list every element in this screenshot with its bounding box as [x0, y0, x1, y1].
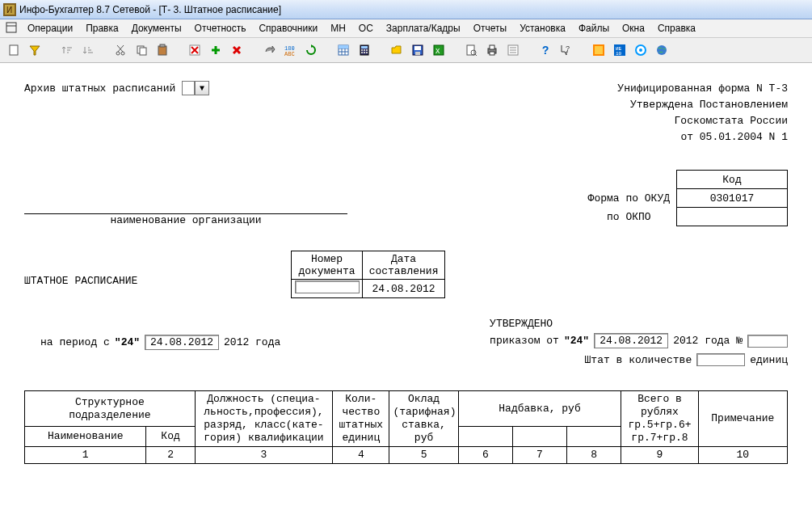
colnum-4: 4: [333, 447, 389, 464]
menubar: Операции Правка Документы Отчетность Спр…: [0, 19, 812, 38]
approved-num-input[interactable]: [747, 335, 788, 348]
period-day[interactable]: "24": [115, 336, 140, 348]
menu-help[interactable]: Справка: [651, 21, 702, 36]
svg-rect-3: [6, 23, 16, 32]
svg-line-16: [117, 45, 123, 52]
svg-rect-47: [415, 52, 420, 55]
approved-date[interactable]: 24.08.2012: [594, 333, 668, 348]
doc-date-value[interactable]: 24.08.2012: [362, 280, 445, 298]
svg-rect-54: [490, 45, 494, 49]
svg-marker-6: [30, 46, 40, 55]
svg-line-52: [475, 54, 477, 56]
tool-delete-icon[interactable]: [228, 41, 246, 59]
menu-windows[interactable]: Окна: [616, 21, 651, 36]
period-prefix: на период с: [40, 336, 110, 348]
tool-export-icon[interactable]: X: [430, 41, 448, 59]
tool-app3-icon[interactable]: [632, 41, 650, 59]
app-icon: И: [3, 3, 16, 16]
tool-grid-icon[interactable]: [334, 41, 352, 59]
org-name-field[interactable]: [24, 200, 347, 214]
staff-prefix: Штат в количестве: [585, 354, 692, 366]
menu-operations[interactable]: Операции: [21, 21, 79, 36]
toolbar: 180ABC X ? ? ИБ10: [0, 38, 812, 63]
svg-text:ABC: ABC: [284, 51, 295, 57]
tool-calc-icon[interactable]: [356, 41, 373, 59]
tool-preview-icon[interactable]: [462, 41, 480, 59]
menu-mn[interactable]: МН: [324, 21, 352, 36]
svg-point-68: [639, 49, 642, 52]
tool-sort-asc-icon[interactable]: [58, 41, 76, 59]
menu-documents[interactable]: Документы: [125, 21, 188, 36]
tool-funnel-icon[interactable]: [26, 41, 44, 59]
svg-rect-18: [140, 48, 146, 55]
th-allow-2: [512, 427, 566, 447]
svg-rect-63: [595, 46, 603, 54]
tool-prop-icon[interactable]: [504, 41, 522, 59]
th-code: Код: [146, 427, 195, 447]
colnum-6: 6: [458, 447, 512, 464]
okpo-label: по ОКПО: [582, 208, 677, 226]
titlebar: И Инфо-Бухгалтер 8.7 Сетевой - [Т- 3. Шт…: [0, 0, 812, 19]
th-note: Примечание: [698, 391, 787, 447]
svg-rect-44: [366, 52, 368, 53]
tool-sort-desc-icon[interactable]: [79, 41, 97, 59]
menu-files[interactable]: Файлы: [572, 21, 616, 36]
approved-day[interactable]: "24": [564, 335, 589, 347]
tool-cut-icon[interactable]: [111, 41, 129, 59]
okpo-value[interactable]: [677, 208, 788, 226]
svg-rect-43: [364, 52, 365, 53]
staff-value-input[interactable]: [696, 353, 745, 366]
svg-point-69: [657, 45, 667, 55]
menu-salary[interactable]: Зарплата/Кадры: [380, 21, 467, 36]
th-qty: Коли- чество штатных единиц: [333, 391, 389, 447]
tool-app1-icon[interactable]: [590, 41, 608, 59]
svg-rect-36: [339, 45, 348, 49]
tool-cancel-icon[interactable]: [186, 41, 204, 59]
svg-text:X: X: [435, 48, 440, 56]
menu-reports[interactable]: Отчеты: [467, 21, 513, 36]
th-allow-3: [567, 427, 621, 447]
menu-setup[interactable]: Установка: [513, 21, 572, 36]
menu-os[interactable]: ОС: [352, 21, 380, 36]
tool-context-help-icon[interactable]: ?: [557, 41, 575, 59]
archive-label: Архив штатных расписаний: [24, 82, 175, 95]
tool-new-icon[interactable]: [5, 41, 23, 59]
tool-abc-icon[interactable]: 180ABC: [281, 41, 299, 59]
menu-reporting[interactable]: Отчетность: [188, 21, 253, 36]
tool-add-icon[interactable]: [207, 41, 225, 59]
tool-help-icon[interactable]: ?: [536, 41, 554, 59]
th-allow-1: [458, 427, 512, 447]
svg-rect-19: [158, 46, 166, 55]
tool-app2-icon[interactable]: ИБ10: [611, 41, 629, 59]
okud-value: 0301017: [677, 189, 788, 208]
staff-suffix: единиц: [750, 354, 788, 366]
approved-prefix: приказом от: [490, 335, 559, 347]
tool-copy-icon[interactable]: [133, 41, 150, 59]
tool-refresh-icon[interactable]: [302, 41, 320, 59]
tool-redo1-icon[interactable]: [260, 41, 278, 59]
menu-directories[interactable]: Справочники: [252, 21, 324, 36]
archive-dropdown-button[interactable]: ▼: [195, 81, 209, 95]
colnum-5: 5: [389, 447, 458, 464]
form-header: Унифицированная форма N Т-3 Утверждена П…: [617, 81, 788, 146]
svg-rect-46: [414, 46, 421, 50]
tool-save-icon[interactable]: [409, 41, 427, 59]
doc-num-input[interactable]: [295, 280, 360, 293]
tool-paste-icon[interactable]: [154, 41, 171, 59]
org-caption: наименование организации: [24, 214, 347, 226]
menu-system-icon[interactable]: [2, 19, 21, 37]
colnum-8: 8: [567, 447, 621, 464]
tool-globe-icon[interactable]: [653, 41, 671, 59]
period-date[interactable]: 24.08.2012: [145, 335, 219, 350]
svg-line-15: [118, 45, 124, 52]
svg-text:10: 10: [616, 51, 622, 57]
main-table: Структурное подразделение Должность (спе…: [24, 390, 788, 464]
colnum-9: 9: [621, 447, 698, 464]
svg-text:?: ?: [566, 45, 570, 53]
tool-open-icon[interactable]: [388, 41, 406, 59]
archive-select-value[interactable]: [182, 81, 195, 95]
menu-edit[interactable]: Правка: [79, 21, 125, 36]
svg-text:И: И: [6, 6, 12, 15]
tool-print-icon[interactable]: [483, 41, 501, 59]
colnum-2: 2: [146, 447, 195, 464]
